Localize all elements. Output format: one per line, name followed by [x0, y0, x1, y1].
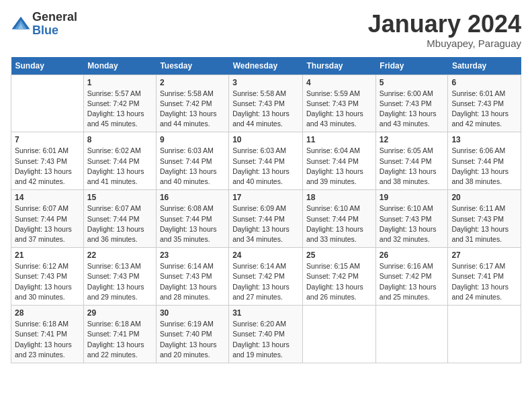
day-number: 23	[160, 250, 225, 260]
day-number: 13	[451, 135, 517, 144]
calendar-cell: 18Sunrise: 6:10 AMSunset: 7:44 PMDayligh…	[303, 190, 376, 248]
calendar-cell: 22Sunrise: 6:13 AMSunset: 7:43 PMDayligh…	[83, 248, 156, 306]
header-sunday: Sunday	[11, 57, 84, 75]
calendar-cell: 23Sunrise: 6:14 AMSunset: 7:43 PMDayligh…	[156, 248, 228, 306]
calendar-cell: 5Sunrise: 6:00 AMSunset: 7:43 PMDaylight…	[375, 75, 448, 132]
day-number: 16	[160, 193, 225, 202]
day-info: Sunrise: 6:06 AMSunset: 7:44 PMDaylight:…	[451, 146, 517, 187]
day-number: 31	[232, 308, 299, 318]
calendar-cell: 19Sunrise: 6:10 AMSunset: 7:43 PMDayligh…	[375, 190, 448, 248]
header-tuesday: Tuesday	[156, 57, 228, 75]
calendar-cell: 7Sunrise: 6:01 AMSunset: 7:43 PMDaylight…	[11, 132, 84, 190]
day-number: 5	[380, 78, 445, 87]
day-number: 21	[15, 250, 80, 260]
calendar-cell: 25Sunrise: 6:15 AMSunset: 7:42 PMDayligh…	[303, 248, 376, 306]
day-info: Sunrise: 6:12 AMSunset: 7:43 PMDaylight:…	[15, 261, 80, 302]
week-row-2: 7Sunrise: 6:01 AMSunset: 7:43 PMDaylight…	[11, 132, 521, 190]
header-thursday: Thursday	[303, 57, 376, 75]
day-number: 11	[306, 135, 372, 144]
logo-text: General Blue	[32, 11, 77, 38]
day-info: Sunrise: 5:58 AMSunset: 7:43 PMDaylight:…	[232, 89, 299, 130]
day-number: 19	[380, 193, 445, 202]
day-info: Sunrise: 6:13 AMSunset: 7:43 PMDaylight:…	[87, 261, 152, 302]
day-info: Sunrise: 6:19 AMSunset: 7:40 PMDaylight:…	[160, 319, 225, 360]
calendar-cell: 28Sunrise: 6:18 AMSunset: 7:41 PMDayligh…	[11, 306, 84, 363]
logo-icon	[11, 14, 31, 34]
day-info: Sunrise: 6:09 AMSunset: 7:44 PMDaylight:…	[232, 203, 299, 244]
calendar-cell: 15Sunrise: 6:07 AMSunset: 7:44 PMDayligh…	[83, 190, 156, 248]
week-row-1: 1Sunrise: 5:57 AMSunset: 7:42 PMDaylight…	[11, 75, 521, 132]
day-number: 18	[306, 193, 372, 202]
day-info: Sunrise: 6:02 AMSunset: 7:44 PMDaylight:…	[87, 146, 152, 187]
day-number: 8	[87, 135, 152, 144]
day-number: 2	[160, 78, 225, 87]
calendar-cell	[303, 306, 376, 363]
calendar-cell: 29Sunrise: 6:18 AMSunset: 7:41 PMDayligh…	[83, 306, 156, 363]
calendar-cell: 26Sunrise: 6:16 AMSunset: 7:42 PMDayligh…	[375, 248, 448, 306]
day-info: Sunrise: 6:10 AMSunset: 7:43 PMDaylight:…	[380, 203, 445, 244]
logo: General Blue	[11, 11, 77, 38]
day-number: 30	[160, 308, 225, 318]
calendar-cell: 6Sunrise: 6:01 AMSunset: 7:43 PMDaylight…	[448, 75, 521, 132]
day-number: 1	[87, 78, 152, 87]
calendar-table: SundayMondayTuesdayWednesdayThursdayFrid…	[11, 57, 521, 363]
day-info: Sunrise: 6:00 AMSunset: 7:43 PMDaylight:…	[380, 89, 445, 130]
day-info: Sunrise: 6:04 AMSunset: 7:44 PMDaylight:…	[306, 146, 372, 187]
day-info: Sunrise: 6:07 AMSunset: 7:44 PMDaylight:…	[15, 203, 80, 244]
calendar-cell	[375, 306, 448, 363]
day-number: 25	[306, 250, 372, 260]
day-number: 22	[87, 250, 152, 260]
day-info: Sunrise: 6:11 AMSunset: 7:43 PMDaylight:…	[451, 203, 517, 244]
calendar-cell: 14Sunrise: 6:07 AMSunset: 7:44 PMDayligh…	[11, 190, 84, 248]
day-number: 24	[232, 250, 299, 260]
day-number: 15	[87, 193, 152, 202]
day-info: Sunrise: 6:15 AMSunset: 7:42 PMDaylight:…	[306, 261, 372, 302]
day-info: Sunrise: 6:16 AMSunset: 7:42 PMDaylight:…	[380, 261, 445, 302]
calendar-cell: 24Sunrise: 6:14 AMSunset: 7:42 PMDayligh…	[229, 248, 303, 306]
calendar-cell: 21Sunrise: 6:12 AMSunset: 7:43 PMDayligh…	[11, 248, 84, 306]
calendar-cell: 30Sunrise: 6:19 AMSunset: 7:40 PMDayligh…	[156, 306, 228, 363]
header-row: SundayMondayTuesdayWednesdayThursdayFrid…	[11, 57, 521, 75]
day-info: Sunrise: 6:18 AMSunset: 7:41 PMDaylight:…	[15, 319, 80, 360]
day-number: 10	[232, 135, 299, 144]
day-info: Sunrise: 6:14 AMSunset: 7:43 PMDaylight:…	[160, 261, 225, 302]
day-number: 6	[451, 78, 517, 87]
day-info: Sunrise: 5:57 AMSunset: 7:42 PMDaylight:…	[87, 89, 152, 130]
header-monday: Monday	[83, 57, 156, 75]
calendar-cell	[448, 306, 521, 363]
header-friday: Friday	[375, 57, 448, 75]
day-number: 27	[451, 250, 517, 260]
calendar-cell: 16Sunrise: 6:08 AMSunset: 7:44 PMDayligh…	[156, 190, 228, 248]
day-info: Sunrise: 6:01 AMSunset: 7:43 PMDaylight:…	[451, 89, 517, 130]
calendar-cell: 4Sunrise: 5:59 AMSunset: 7:43 PMDaylight…	[303, 75, 376, 132]
week-row-4: 21Sunrise: 6:12 AMSunset: 7:43 PMDayligh…	[11, 248, 521, 306]
day-info: Sunrise: 6:20 AMSunset: 7:40 PMDaylight:…	[232, 319, 299, 360]
day-number: 12	[380, 135, 445, 144]
day-info: Sunrise: 6:17 AMSunset: 7:41 PMDaylight:…	[451, 261, 517, 302]
day-number: 4	[306, 78, 372, 87]
day-number: 14	[15, 193, 80, 202]
day-number: 7	[15, 135, 80, 144]
calendar-cell: 2Sunrise: 5:58 AMSunset: 7:42 PMDaylight…	[156, 75, 228, 132]
day-info: Sunrise: 5:58 AMSunset: 7:42 PMDaylight:…	[160, 89, 225, 130]
day-number: 29	[87, 308, 152, 318]
day-number: 28	[15, 308, 80, 318]
calendar-cell: 10Sunrise: 6:03 AMSunset: 7:44 PMDayligh…	[229, 132, 303, 190]
calendar-cell: 31Sunrise: 6:20 AMSunset: 7:40 PMDayligh…	[229, 306, 303, 363]
calendar-cell: 27Sunrise: 6:17 AMSunset: 7:41 PMDayligh…	[448, 248, 521, 306]
day-info: Sunrise: 6:05 AMSunset: 7:44 PMDaylight:…	[380, 146, 445, 187]
title-block: January 2024 Mbuyapey, Paraguay	[368, 11, 521, 49]
day-number: 3	[232, 78, 299, 87]
day-info: Sunrise: 6:10 AMSunset: 7:44 PMDaylight:…	[306, 203, 372, 244]
calendar-cell: 3Sunrise: 5:58 AMSunset: 7:43 PMDaylight…	[229, 75, 303, 132]
calendar-cell: 12Sunrise: 6:05 AMSunset: 7:44 PMDayligh…	[375, 132, 448, 190]
calendar-cell: 13Sunrise: 6:06 AMSunset: 7:44 PMDayligh…	[448, 132, 521, 190]
day-info: Sunrise: 6:07 AMSunset: 7:44 PMDaylight:…	[87, 203, 152, 244]
calendar-cell: 1Sunrise: 5:57 AMSunset: 7:42 PMDaylight…	[83, 75, 156, 132]
day-info: Sunrise: 6:14 AMSunset: 7:42 PMDaylight:…	[232, 261, 299, 302]
day-number: 26	[380, 250, 445, 260]
logo-general: General	[32, 11, 77, 24]
day-number: 9	[160, 135, 225, 144]
calendar-cell	[11, 75, 84, 132]
day-info: Sunrise: 6:18 AMSunset: 7:41 PMDaylight:…	[87, 319, 152, 360]
